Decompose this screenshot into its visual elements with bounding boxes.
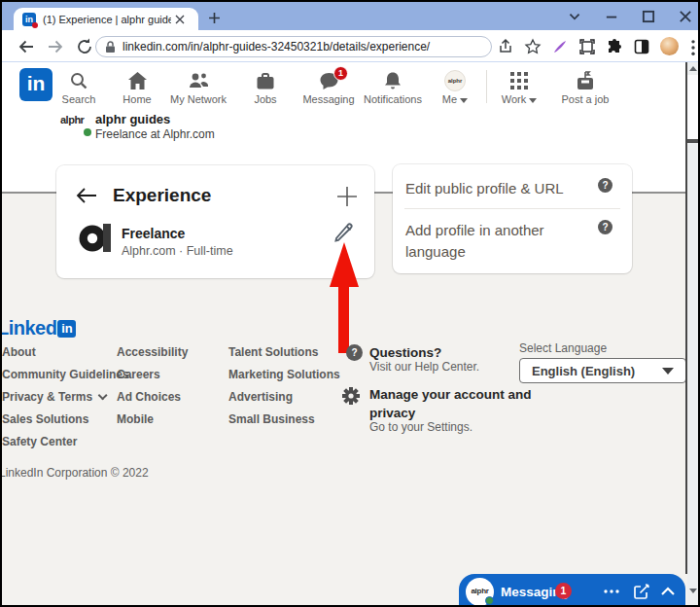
questions-help-icon: ? [346,344,363,361]
footer-link-sales-solutions[interactable]: Sales Solutions [2,412,88,426]
extensions-puzzle-icon[interactable] [606,38,623,55]
linkedin-page: in Search Home My Network Jobs 1 [2,62,698,605]
footer-link-mobile[interactable]: Mobile [117,412,154,426]
forward-button[interactable] [47,38,64,55]
footer-link-marketing-solutions[interactable]: Marketing Solutions [228,368,340,381]
footer-link-privacy-terms[interactable]: Privacy & Terms [2,390,104,404]
me-avatar: alphr [444,70,466,91]
tab-close-icon[interactable] [175,15,185,24]
language-select[interactable]: English (English) [519,358,686,383]
profile-options-card: Edit public profile & URL ? Add profile … [393,164,632,273]
language-caret-icon [662,368,674,375]
presence-dot [84,128,91,136]
back-button[interactable] [18,38,35,55]
window-chevron-icon[interactable] [566,9,583,24]
nav-notifications[interactable]: Notifications [362,70,424,105]
footer-link-talent-solutions[interactable]: Talent Solutions [228,345,318,359]
address-bar[interactable]: linkedin.com/in/alphr-guides-32450321b/d… [95,36,492,57]
nav-my-network[interactable]: My Network [167,70,229,105]
experience-role: Freelance [122,226,185,241]
my-network-icon [188,71,209,90]
browser-tab[interactable]: in (1) Experience | alphr guides | Lin [14,8,198,30]
scrollbar-thumb[interactable] [687,75,698,143]
window-minimize-button[interactable] [603,9,620,24]
nav-work[interactable]: Work [488,70,550,105]
select-language-label: Select Language [519,341,607,355]
messaging-presence-dot [485,596,494,605]
settings-gear-icon [342,387,360,405]
nav-home[interactable]: Home [106,70,168,105]
messaging-more-icon[interactable] [603,589,620,594]
extension-pen-icon[interactable] [551,38,569,55]
messaging-expand-chevron-icon[interactable] [660,587,676,596]
footer-questions-link[interactable]: Visit our Help Center. [369,360,479,374]
profile-avatar-cat-icon[interactable] [660,37,679,55]
profile-mini-avatar: alphr [60,114,84,125]
annotation-arrow-tail [338,280,349,353]
profile-status: Freelance at Alphr.com [95,127,215,141]
browser-window: in (1) Experience | alphr guides | Lin l… [0,0,700,607]
footer-link-advertising[interactable]: Advertising [228,390,293,404]
browser-menu-icon[interactable] [684,39,700,56]
profile-name: alphr guides [95,112,170,126]
scrollbar-track[interactable] [687,62,698,605]
experience-meta: Alphr.com · Full-time [122,244,233,258]
scrollbar-down-icon[interactable] [689,589,697,593]
card-divider [404,208,620,209]
footer-settings-link[interactable]: Go to your Settings. [369,420,472,434]
footer-link-careers[interactable]: Careers [117,368,160,381]
back-arrow-icon[interactable] [76,187,97,204]
footer-link-small-business[interactable]: Small Business [228,412,315,426]
notifications-bell-icon [384,71,402,90]
scrollbar-up-icon[interactable] [689,66,697,71]
messaging-overlay[interactable]: alphr Messaging 1 [459,574,685,605]
work-grid-icon [510,72,528,89]
share-icon[interactable] [497,38,514,55]
nav-post-a-job[interactable]: Post a job [551,70,619,105]
nav-search[interactable]: Search [48,70,110,105]
window-close-button[interactable] [677,9,694,24]
messaging-overlay-badge: 1 [555,583,572,599]
help-icon[interactable]: ? [598,178,612,193]
nav-divider [486,70,487,103]
nav-me[interactable]: alphr Me [424,70,486,105]
footer-link-community-guidelines[interactable]: Community Guidelines [2,368,129,381]
linkedin-nav: in Search Home My Network Jobs 1 [2,62,685,109]
reload-button[interactable] [76,38,93,55]
footer-linkedin-logo: Linked in [2,317,76,339]
footer-link-about[interactable]: About [2,345,36,359]
add-experience-icon[interactable] [336,186,358,207]
search-icon [69,71,88,90]
edit-public-profile-link[interactable]: Edit public profile & URL [405,178,590,199]
home-icon [127,71,148,90]
nav-messaging[interactable]: 1 Messaging [298,70,360,105]
extension-contrast-icon[interactable] [633,38,650,55]
window-maximize-button[interactable] [640,9,657,24]
footer-link-safety-center[interactable]: Safety Center [2,435,77,448]
edit-pencil-icon[interactable] [332,222,353,242]
me-caret-icon [460,98,468,103]
jobs-icon [256,71,275,90]
add-profile-language-link[interactable]: Add profile in anotherlanguage [405,220,590,263]
tab-title: (1) Experience | alphr guides | Lin [43,14,171,25]
post-a-job-icon [576,71,595,91]
footer-manage-title: Manage your account andprivacy [369,385,532,422]
footer-copyright: LinkedIn Corporation © 2022 [2,466,149,480]
alphr-company-logo [79,221,112,254]
experience-card: Experience Freelance Alphr.com · Full-ti… [56,165,374,278]
footer-link-ad-choices[interactable]: Ad Choices [117,390,181,404]
new-tab-button[interactable] [208,12,221,24]
browser-titlebar: in (1) Experience | alphr guides | Lin [2,2,698,30]
footer-link-accessibility[interactable]: Accessibility [117,345,188,359]
url-text: linkedin.com/in/alphr-guides-32450321b/d… [122,40,430,54]
favicon-notification-dot [32,22,38,28]
nav-jobs[interactable]: Jobs [234,70,297,105]
help-icon[interactable]: ? [598,220,612,234]
work-caret-icon [529,98,537,103]
messaging-compose-icon[interactable] [634,584,649,599]
bookmark-star-icon[interactable] [524,38,542,55]
extension-screenshot-icon[interactable] [578,38,596,55]
linkedin-favicon: in [22,13,36,26]
lock-icon [105,41,116,54]
messaging-badge: 1 [333,66,348,81]
